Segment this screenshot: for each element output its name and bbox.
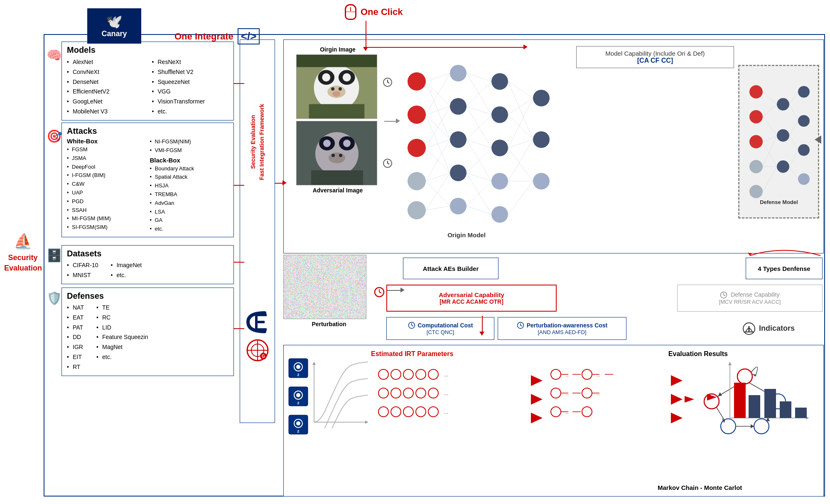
svg-point-107 [798,173,810,185]
svg-point-106 [798,144,810,156]
right-edge-arrow [815,135,821,144]
defenses-col2: •TE •RC •LID •Feature Squeezin •MagNet •… [96,303,148,372]
svg-point-188 [551,388,561,398]
svg-line-116 [789,92,798,104]
svg-point-159 [378,369,388,379]
svg-point-168 [416,388,426,398]
svg-point-46 [450,131,467,148]
left-chevrons [527,370,543,430]
svg-point-161 [403,369,413,379]
svg-marker-224 [728,362,732,365]
svg-line-130 [379,292,381,293]
canary-label: Canary [101,30,127,38]
svg-line-80 [467,148,491,173]
models-section: Models •AlexNet •ConvNeXt •DenseNet •Eff… [61,42,234,120]
models-col1: •AlexNet •ConvNeXt •DenseNet •EfficientN… [67,57,144,117]
svg-point-166 [391,388,401,398]
adv-cap-line2: [MR ACC ACAMC OTR] [440,298,503,305]
markov-text: Markov Chain - Monte Carlot [658,484,742,491]
model-item: •SqueezeNet [152,77,229,87]
svg-line-90 [508,140,533,148]
clock-panda1 [383,77,393,89]
eval-results-label: Evaluation Results [668,350,728,358]
svg-line-87 [508,98,533,115]
model-item: •GoogLeNet [67,97,144,107]
gefi-icon: G [245,338,270,363]
comp-cost-sub: [CTC QNC] [427,329,454,335]
svg-text:Defense Model: Defense Model [760,199,798,205]
svg-point-199 [582,407,592,417]
perturb-cost-sub: [AND AMS AED-FD] [538,329,586,335]
irt-bottom-section: Estimated IRT Parameters Evaluation Resu… [283,345,824,497]
svg-rect-229 [780,401,791,418]
mid-to-right-arrow [275,183,283,184]
chain-circles: ... ... ... ... ... [545,364,662,422]
down-arrow-red [482,316,483,332]
svg-line-113 [763,135,777,167]
origin-image-section: Oirgin Image [296,46,379,119]
svg-line-91 [508,148,533,181]
svg-point-97 [749,110,763,123]
computational-cost-box: Computational Cost [CTC QNC] [386,317,494,340]
svg-point-184 [582,369,592,379]
security-eval-section: ⛵ Security Evaluation [4,233,42,273]
dataset-item: •etc. [111,270,142,280]
svg-marker-202 [671,413,683,423]
attack-item: •VMI-FGSM [150,146,229,155]
svg-line-139 [521,325,522,326]
svg-point-174 [416,407,426,417]
attack-item: •C&W [67,180,146,189]
model-capability-box: Model Capability (Include Ori & Def) [CA… [576,46,734,68]
defense-item: •RC [96,313,148,323]
svg-rect-227 [749,395,760,418]
model-item: •VisionTransformer [152,97,229,107]
image-to-nn-arrow [384,121,397,122]
model-cap-line2: [CA CF CC] [583,57,727,64]
svg-text:...: ... [444,408,449,415]
four-types-box: 4 Types Denfense [746,258,823,279]
one-click-section: One Click [345,4,403,20]
models-icon: 🧠 [47,48,62,62]
svg-point-14 [322,73,330,81]
svg-line-24 [388,82,389,83]
svg-line-83 [467,181,491,206]
svg-point-98 [749,135,763,148]
svg-point-45 [450,98,467,115]
svg-line-111 [763,135,777,142]
model-item: •VGG [152,87,229,97]
defense-item: •NAT [67,303,84,313]
svg-line-70 [426,173,450,210]
svg-text:Origin Model: Origin Model [447,231,486,238]
svg-marker-178 [531,394,543,405]
blackbox-list: •Boundary Attack •Spatial Attack •HSJA •… [150,165,229,234]
attack-item: •SSAH [67,206,146,215]
model-item: •MobileNet V3 [67,107,144,117]
svg-text:...: ... [565,410,569,415]
svg-point-53 [491,206,508,223]
def-capability-box: Defense Capability [MCV RR/SR ACV AACC] [677,285,823,312]
svg-point-175 [428,407,438,417]
svg-point-149 [296,393,300,397]
one-click-arrow [366,21,366,48]
attacks-section: Attacks White-Box •FGSM •JSMA •DeepFool … [61,123,234,237]
comp-cost-label: Computational Cost [418,322,473,329]
svg-line-108 [763,92,777,104]
svg-point-43 [408,201,426,219]
svg-marker-156 [365,420,368,424]
integration-text: Security Evaluation Fast Integration Fra… [249,100,266,184]
svg-marker-231 [707,394,717,401]
svg-line-133 [724,295,725,296]
svg-marker-221 [685,396,694,403]
perturb-cost-label: Perturbation-awareness Cost [527,322,608,329]
indicators-label: Indicators [759,324,795,333]
defenses-section: Defenses •NAT •EAT •PAT •DD •IGR •EIT •R… [61,288,234,376]
svg-point-160 [391,369,401,379]
canary-bird-icon: 🕊️ [106,14,123,30]
eval-results-chart [719,358,815,428]
defense-item: •PAT [67,323,84,333]
defenses-icon: 🛡️ [47,291,62,305]
attacks-icon: 🎯 [47,129,62,143]
svg-point-105 [798,115,810,127]
svg-point-47 [450,165,467,181]
defense-item: •LID [96,323,148,333]
